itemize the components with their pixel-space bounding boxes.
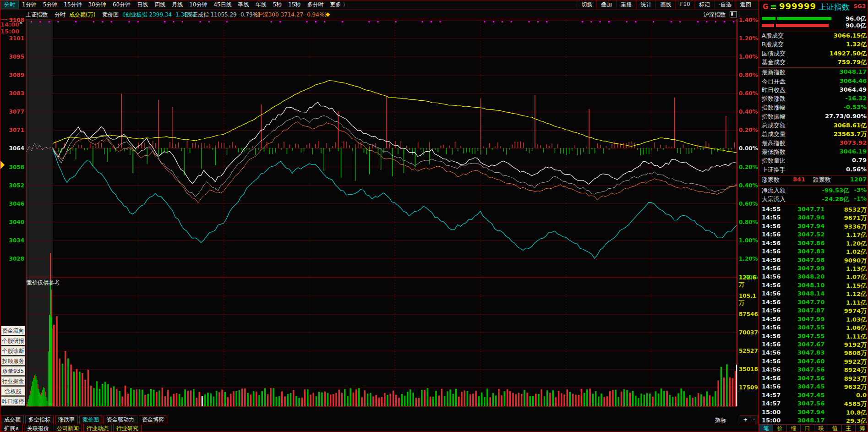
zoom-out-button[interactable]: - (750, 416, 758, 424)
tick-volume: 8532万 (844, 206, 867, 214)
period-item-60分钟[interactable]: 60分钟 (109, 1, 134, 9)
price-label: 3108 (0, 17, 24, 23)
updown-row: 涨家数841跌家数1207 (762, 176, 867, 185)
side-button-昨日涨停[interactable]: 昨日涨停 (1, 396, 25, 406)
side-button-个股研报[interactable]: 个股研报 (1, 336, 25, 345)
quote-value: 1.32亿 (846, 40, 867, 49)
period-item-30分钟[interactable]: 30分钟 (85, 1, 109, 9)
up-count-label: 涨家数 (762, 176, 780, 184)
pct-label: 0.60% (739, 201, 759, 207)
tick-row: 14:563047.949336万 (762, 223, 867, 231)
flow-pct: -1% (854, 195, 867, 202)
action-button-返回[interactable]: 返回 (736, 0, 755, 9)
subbar-item[interactable]: 分时 (55, 11, 66, 19)
period-item-月线[interactable]: 月线 (169, 1, 186, 9)
mini-tab-筹[interactable]: 筹 (855, 424, 868, 432)
period-item-年线[interactable]: 年线 (252, 1, 270, 9)
tick-volume: 9192万 (844, 341, 867, 349)
quote-value: 3046.19 (840, 148, 867, 155)
side-button-资金流向[interactable]: 资金流向 (1, 326, 25, 335)
tick-time: 14:56 (762, 223, 781, 230)
quote-value: 759.79亿 (838, 58, 867, 66)
period-item-5秒[interactable]: 5秒 (270, 1, 285, 9)
subbar-item[interactable]: ◆ (326, 11, 330, 17)
tick-row: 14:563047.551.06亿 (762, 324, 867, 332)
side-button-含权股[interactable]: 含权股 (1, 386, 25, 396)
volume-label: 700370 (739, 329, 760, 336)
action-button--自选[interactable]: -自选 (714, 0, 736, 9)
tab2-行业动态[interactable]: 行业动态 (83, 424, 112, 432)
quote-label: 上证换手 (762, 166, 786, 174)
stock-code: 999999 (779, 1, 816, 11)
period-item-分时[interactable]: 分时 (0, 0, 19, 9)
action-button-画线[interactable]: 画线 (655, 0, 675, 9)
side-button-放量935[interactable]: 放量935 (1, 366, 25, 376)
tick-volume: 9671万 (844, 214, 867, 222)
period-item-更多 〉[interactable]: 更多 〉 (327, 1, 352, 9)
price-label: 3040 (0, 219, 24, 225)
intraday-chart[interactable] (0, 19, 759, 416)
action-button-切换[interactable]: 切换 (577, 0, 596, 9)
subbar-right-label[interactable]: 沪深指数 (704, 11, 726, 19)
tab2-行业研究[interactable]: 行业研究 (113, 424, 142, 432)
menu-icon[interactable] (771, 5, 776, 9)
tab-竞价图[interactable]: 竞价图 (79, 416, 102, 424)
tab2-关联报价[interactable]: 关联报价 (24, 424, 52, 432)
quote-label: 国债成交 (762, 49, 786, 58)
tick-price: 3047.56 (797, 400, 824, 407)
quote-row: 指数量比0.79 (762, 157, 867, 165)
action-button-叠加[interactable]: 叠加 (596, 0, 616, 9)
mini-tab-联[interactable]: 联 (814, 424, 828, 432)
period-item-15分钟[interactable]: 15分钟 (60, 1, 85, 9)
subbar-item[interactable]: [沪深300 3714.27 -0.94%] (255, 11, 327, 19)
mini-tab-笔[interactable]: 笔 (759, 424, 773, 432)
zoom-in-button[interactable]: + (740, 416, 751, 424)
side-button-行业掘金[interactable]: 行业掘金 (1, 376, 25, 386)
tab-多空指标[interactable]: 多空指标 (25, 416, 54, 424)
action-button-重播[interactable]: 重播 (616, 0, 636, 9)
period-item-多分时[interactable]: 多分时 (304, 1, 327, 9)
tick-time: 14:56 (762, 341, 781, 348)
period-item-周线[interactable]: 周线 (151, 1, 169, 9)
price-label: 3083 (0, 90, 24, 97)
quote-row: 指数涨跌-16.32 (762, 95, 867, 104)
tick-volume: 9336万 (844, 223, 867, 231)
tab-成交额[interactable]: 成交额 (1, 416, 24, 424)
period-item-1分钟[interactable]: 1分钟 (19, 1, 40, 9)
tab-涨跌率[interactable]: 涨跌率 (55, 416, 78, 424)
subbar-item[interactable]: 上证指数 (26, 11, 48, 19)
subbar-item[interactable]: [深证成指 11055.29 -0.79%] (185, 11, 260, 19)
tab2-公司新闻[interactable]: 公司新闻 (54, 424, 82, 432)
pct-label: 1.20% (739, 256, 759, 262)
tick-price: 3047.45 (797, 392, 824, 399)
period-item-10分钟[interactable]: 10分钟 (186, 1, 210, 9)
tick-volume: 1.03亿 (846, 316, 867, 324)
subbar-item[interactable]: 竞价图 (102, 11, 119, 19)
mini-tab-细[interactable]: 细 (786, 424, 800, 432)
period-item-日线[interactable]: 日线 (134, 1, 151, 9)
period-item-45日线[interactable]: 45日线 (210, 1, 235, 9)
mini-tab-日[interactable]: 日 (800, 424, 814, 432)
period-item-季线[interactable]: 季线 (235, 1, 252, 9)
action-button-统计[interactable]: 统计 (636, 0, 655, 9)
side-button-投顾服务[interactable]: 投顾服务 (1, 356, 25, 366)
mini-tab-价[interactable]: 价 (773, 424, 786, 432)
action-button-标记[interactable]: 标记 (694, 0, 714, 9)
tab-资金驱动力[interactable]: 资金驱动力 (104, 416, 137, 424)
mini-tab-值[interactable]: 值 (828, 424, 841, 432)
quote-value: 0.79 (852, 157, 867, 164)
side-panel-expander-icon[interactable] (0, 161, 5, 169)
quote-label: 指数涨幅 (762, 104, 786, 112)
action-button-F10[interactable]: F10 (675, 0, 694, 9)
period-item-5分钟[interactable]: 5分钟 (40, 1, 61, 9)
subbar-item[interactable]: 成交额(万) (69, 11, 95, 19)
price-label: 3095 (0, 54, 24, 60)
panel-toggle-icon[interactable] (730, 11, 737, 17)
mini-tab-主[interactable]: 主 (841, 424, 855, 432)
tab2-扩展∧[interactable]: 扩展∧ (1, 424, 22, 432)
tab-资金博弈[interactable]: 资金博弈 (139, 416, 167, 424)
pct-label: 0.40% (739, 182, 759, 189)
side-button-个股诊断[interactable]: 个股诊断 (1, 346, 25, 355)
period-item-15秒[interactable]: 15秒 (285, 1, 304, 9)
tick-price: 3047.94 (797, 214, 824, 221)
